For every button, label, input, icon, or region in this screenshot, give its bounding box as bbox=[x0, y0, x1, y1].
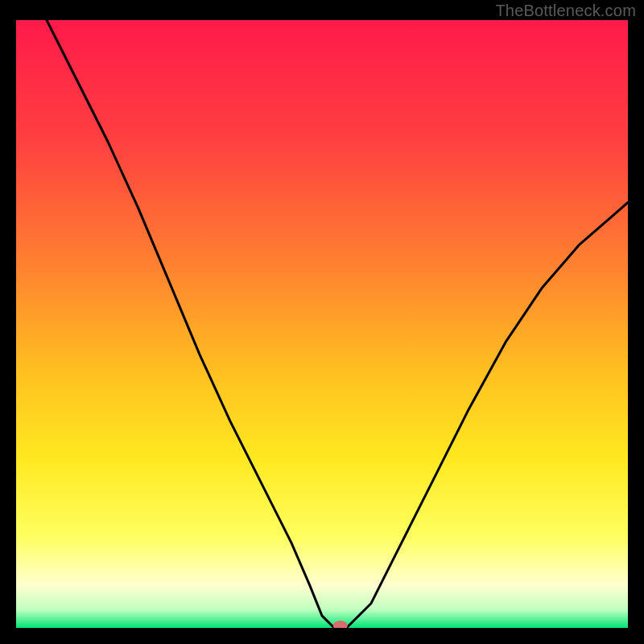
chart-frame: TheBottleneck.com bbox=[0, 0, 644, 644]
chart-svg bbox=[16, 20, 628, 628]
chart-background bbox=[16, 20, 628, 628]
watermark-text: TheBottleneck.com bbox=[495, 2, 636, 20]
plot-area bbox=[16, 20, 628, 628]
